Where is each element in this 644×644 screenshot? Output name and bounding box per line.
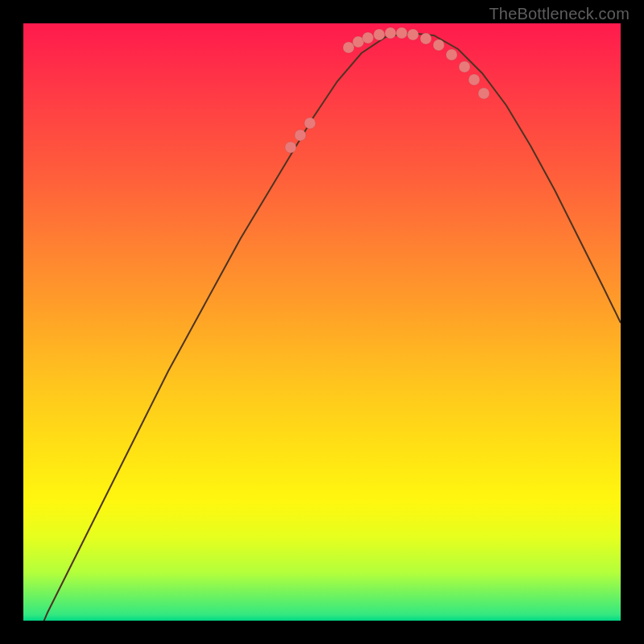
optimal-dot — [478, 88, 489, 99]
chart-svg — [23, 23, 621, 621]
optimal-dot — [446, 49, 457, 60]
optimal-zone-dots-group — [285, 27, 489, 153]
optimal-dot — [295, 130, 306, 141]
watermark-text: TheBottleneck.com — [489, 5, 630, 23]
optimal-dot — [469, 74, 480, 85]
chart-area — [23, 23, 621, 621]
optimal-dot — [459, 61, 470, 72]
optimal-dot — [420, 33, 431, 44]
optimal-dot — [396, 27, 407, 39]
optimal-dot — [343, 42, 354, 53]
bottleneck-curve-line — [23, 33, 621, 621]
optimal-dot — [385, 27, 396, 39]
optimal-dot — [285, 142, 296, 153]
optimal-dot — [407, 29, 419, 40]
optimal-dot — [304, 118, 316, 129]
optimal-dot — [433, 39, 444, 51]
optimal-dot — [362, 32, 374, 43]
optimal-dot — [374, 29, 385, 40]
